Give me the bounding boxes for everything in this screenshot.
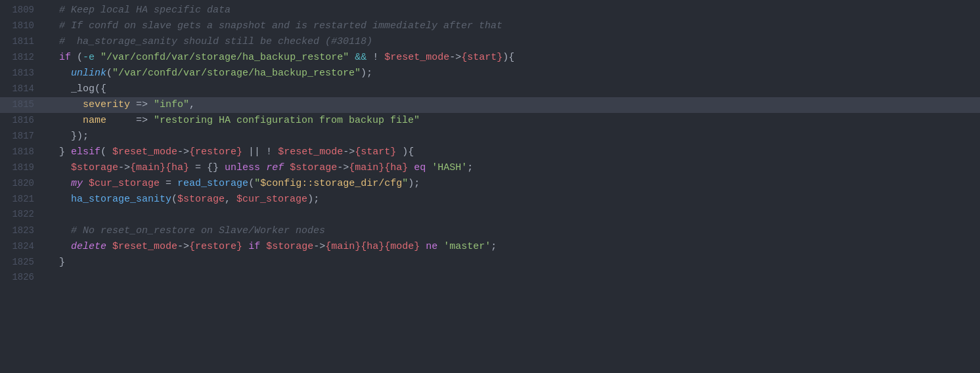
token: => — [106, 115, 154, 126]
line-number: 1824 — [0, 240, 47, 254]
token: ne — [426, 241, 437, 252]
token: $reset_mode — [384, 52, 449, 63]
token: -> — [337, 162, 349, 173]
token — [47, 162, 71, 173]
token — [242, 241, 248, 252]
token: ){ — [502, 52, 514, 63]
token: ){ — [396, 146, 414, 158]
token: {restore} — [189, 146, 242, 158]
token: ha_storage_sanity — [71, 194, 171, 205]
line-content: severity => "info", — [47, 97, 980, 112]
line-number: 1811 — [0, 35, 47, 49]
token — [47, 241, 71, 252]
code-line: 1816 name => "restoring HA configuration… — [0, 113, 980, 129]
token: {ha} — [361, 241, 384, 252]
token — [260, 162, 266, 173]
token: " — [254, 178, 260, 189]
token: && — [355, 52, 367, 63]
line-content: # Keep local HA specific data — [47, 3, 980, 18]
token: read_storage — [177, 178, 248, 189]
token: # Keep local HA specific data — [47, 5, 231, 16]
token: ( — [106, 68, 112, 79]
code-line: 1821 ha_storage_sanity($storage, $cur_st… — [0, 192, 980, 208]
line-content: ha_storage_sanity($storage, $cur_storage… — [47, 192, 980, 207]
line-number: 1817 — [0, 129, 47, 144]
token: delete — [71, 241, 106, 252]
code-line: 1811 # ha_storage_sanity should still be… — [0, 34, 980, 50]
token — [83, 178, 89, 189]
token: "/var/confd/var/storage/ha_backup_restor… — [112, 68, 361, 79]
token — [47, 194, 71, 205]
token — [284, 162, 290, 173]
token: $storage — [177, 194, 225, 205]
line-content: } elsif( $reset_mode->{restore} || ! $re… — [47, 144, 980, 160]
token: -> — [449, 52, 461, 63]
code-line: 1814 _log({ — [0, 81, 980, 97]
token — [408, 162, 414, 173]
token: $cur_storage — [236, 194, 307, 205]
token — [47, 52, 59, 63]
token — [47, 115, 83, 126]
line-number: 1823 — [0, 224, 47, 238]
line-number: 1820 — [0, 177, 47, 191]
token: "restoring HA configuration from backup … — [154, 115, 420, 126]
token: = — [160, 178, 177, 189]
token: {ha} — [384, 162, 408, 173]
code-line: 1820 my $cur_storage = read_storage("$co… — [0, 176, 980, 192]
code-line: 1817 }); — [0, 129, 980, 144]
token: ( — [171, 194, 177, 205]
line-content: delete $reset_mode->{restore} if $storag… — [47, 239, 980, 254]
token: -> — [313, 241, 325, 252]
token: => — [130, 99, 154, 110]
token: {main} — [325, 241, 361, 252]
token: {start} — [461, 52, 502, 63]
token: # If confd on slave gets a snapshot and … — [47, 20, 502, 32]
token: {mode} — [384, 241, 420, 252]
code-line: 1815 severity => "info", — [0, 97, 980, 113]
line-content: if (-e "/var/confd/var/storage/ha_backup… — [47, 50, 980, 65]
line-content: # If confd on slave gets a snapshot and … — [47, 18, 980, 33]
token: $reset_mode — [112, 241, 177, 252]
line-number: 1822 — [0, 208, 47, 222]
token — [47, 178, 71, 189]
line-number: 1819 — [0, 161, 47, 175]
code-line: 1825 } — [0, 255, 980, 271]
token: ( — [248, 178, 254, 189]
line-content: }); — [47, 129, 980, 144]
token: if — [59, 52, 71, 63]
token: || ! — [242, 146, 278, 158]
token: eq — [414, 162, 426, 173]
token: ); — [361, 68, 372, 79]
token: ; — [491, 241, 497, 252]
line-number: 1809 — [0, 3, 47, 18]
token: $config::storage_dir/cfg — [260, 178, 402, 189]
token: $reset_mode — [112, 146, 177, 158]
token: -> — [343, 146, 355, 158]
token: -e — [83, 52, 95, 63]
token: ); — [408, 178, 420, 189]
line-number: 1813 — [0, 66, 47, 81]
token: = {} — [189, 162, 225, 173]
line-number: 1810 — [0, 19, 47, 33]
code-line: 1819 $storage->{main}{ha} = {} unless re… — [0, 160, 980, 176]
code-line: 1813 unlink("/var/confd/var/storage/ha_b… — [0, 66, 980, 81]
code-line: 1823 # No reset_on_restore on Slave/Work… — [0, 223, 980, 239]
token — [47, 99, 83, 110]
token: "info" — [154, 99, 189, 110]
line-number: 1818 — [0, 145, 47, 160]
code-line: 1810 # If confd on slave gets a snapshot… — [0, 18, 980, 34]
line-number: 1821 — [0, 192, 47, 207]
token: {restore} — [189, 241, 242, 252]
code-line: 1812 if (-e "/var/confd/var/storage/ha_b… — [0, 50, 980, 66]
token: "/var/confd/var/storage/ha_backup_restor… — [100, 52, 349, 63]
token: ! — [367, 52, 384, 63]
code-line: 1824 delete $reset_mode->{restore} if $s… — [0, 239, 980, 255]
code-line: 1826 — [0, 271, 980, 286]
token: ref — [266, 162, 284, 173]
line-content: name => "restoring HA configuration from… — [47, 113, 980, 128]
token: } — [47, 257, 65, 268]
token: -> — [177, 241, 189, 252]
token: {ha} — [166, 162, 189, 173]
line-number: 1812 — [0, 51, 47, 65]
line-number: 1826 — [0, 271, 47, 285]
